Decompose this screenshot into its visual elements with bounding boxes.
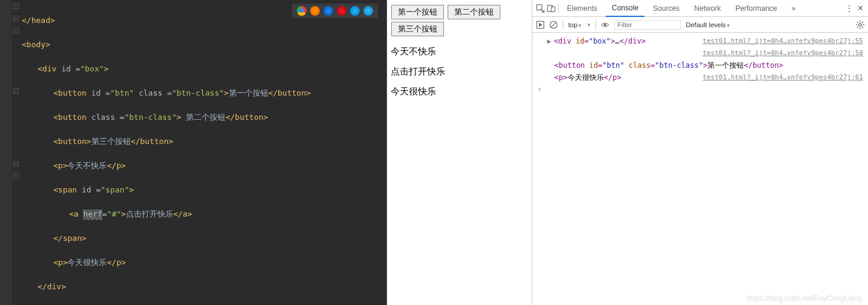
svg-point-6 <box>604 24 606 26</box>
preview-button-3[interactable]: 第三个按钮 <box>391 22 444 36</box>
fold-marker[interactable]: − <box>13 161 19 166</box>
preview-paragraph-2: 今天很快乐 <box>391 86 528 97</box>
tab-performance[interactable]: Performance <box>729 1 783 16</box>
source-link[interactable]: test01.html?_ijt=8h4…vnfefv9pes4br27j:55 <box>703 36 863 47</box>
tab-elements[interactable]: Elements <box>561 1 603 16</box>
editor-gutter <box>0 0 12 305</box>
code-editor-pane: − − − − − − </head> <body> <div id ="box… <box>0 0 386 305</box>
svg-point-7 <box>859 23 861 25</box>
settings-icon[interactable] <box>856 21 864 29</box>
tabs-overflow[interactable]: » <box>786 1 802 16</box>
log-levels-selector[interactable]: Default levels <box>686 21 730 28</box>
code-text: </head> <box>22 16 55 25</box>
tab-network[interactable]: Network <box>688 1 727 16</box>
eye-icon[interactable] <box>601 21 609 29</box>
devtools-pane: Elements Console Sources Network Perform… <box>532 0 868 305</box>
firefox-icon[interactable] <box>310 6 320 16</box>
code-text: 点击打开快乐 <box>126 209 173 218</box>
svg-line-14 <box>857 27 858 28</box>
console-log-row[interactable]: <button id="btn" class="btn-class">第一个按钮… <box>532 59 868 71</box>
fold-marker[interactable]: − <box>13 173 19 179</box>
filter-input[interactable] <box>614 20 681 30</box>
svg-line-15 <box>862 22 863 23</box>
source-link[interactable]: test01.html?_ijt=8h4…vnfefv9pes4br27j:58 <box>703 48 863 59</box>
preview-link[interactable]: 点击打开快乐 <box>391 66 445 76</box>
context-selector[interactable]: top <box>568 21 581 28</box>
preview-button-2[interactable]: 第二个按钮 <box>448 5 500 19</box>
console-log-row[interactable]: ▶<div id="box">…</div> test01.html?_ijt=… <box>532 35 868 47</box>
ie-icon[interactable] <box>350 6 360 16</box>
code-content[interactable]: </head> <body> <div id ="box"> <button i… <box>0 0 386 305</box>
clear-icon[interactable] <box>549 21 558 29</box>
browser-preview-toolbar <box>292 4 378 18</box>
devtools-tabbar: Elements Console Sources Network Perform… <box>532 0 868 17</box>
device-icon[interactable] <box>547 4 555 13</box>
console-output: ▶<div id="box">…</div> test01.html?_ijt=… <box>532 33 868 97</box>
console-prompt[interactable]: › <box>532 84 868 94</box>
opera-icon[interactable] <box>337 6 346 16</box>
close-icon[interactable]: ✕ <box>856 4 864 13</box>
source-link[interactable]: test01.html?_ijt=8h4…vnfefv9pes4br27j:61 <box>703 72 863 83</box>
svg-line-12 <box>857 22 858 23</box>
inspect-icon[interactable] <box>536 4 545 13</box>
play-icon[interactable] <box>536 21 545 29</box>
fold-column <box>12 0 21 305</box>
fold-marker[interactable]: − <box>13 28 19 33</box>
console-text: 第一个按钮 <box>707 61 744 70</box>
svg-line-13 <box>862 27 863 28</box>
code-text: 今天很快乐 <box>67 258 107 267</box>
console-toolbar: top Default levels <box>532 17 868 33</box>
code-text: 今天不快乐 <box>67 161 107 170</box>
svg-line-5 <box>551 22 556 27</box>
edge-icon[interactable] <box>363 6 373 16</box>
console-text: 今天很快乐 <box>568 73 604 82</box>
svg-rect-2 <box>551 7 555 11</box>
expand-arrow-icon[interactable]: ▶ <box>547 37 551 45</box>
preview-button-1[interactable]: 第一个按钮 <box>391 5 444 19</box>
tab-sources[interactable]: Sources <box>647 1 686 16</box>
console-log-row[interactable]: test01.html?_ijt=8h4…vnfefv9pes4br27j:58 <box>532 47 868 59</box>
watermark-text: https://blog.csdn.net/RayCongLiang <box>747 294 862 303</box>
chrome-icon[interactable] <box>297 6 306 16</box>
code-text: <body> <box>22 40 50 49</box>
fold-marker[interactable]: − <box>13 4 19 9</box>
safari-icon[interactable] <box>323 6 333 16</box>
browser-preview-pane: 第一个按钮 第二个按钮 第三个按钮 今天不快乐 点击打开快乐 今天很快乐 <box>386 0 532 305</box>
code-text: 第一个按钮 <box>229 88 268 97</box>
tab-console[interactable]: Console <box>606 0 644 17</box>
fold-marker[interactable]: − <box>13 16 19 21</box>
preview-paragraph-1: 今天不快乐 <box>391 46 528 57</box>
fold-marker[interactable]: − <box>13 88 19 94</box>
code-text: 第三个按钮 <box>91 137 131 146</box>
more-icon[interactable]: ⋮ <box>845 4 853 13</box>
code-text: 第二个按钮 <box>186 113 225 122</box>
console-log-row[interactable]: <p>今天很快乐</p> test01.html?_ijt=8h4…vnfefv… <box>532 71 868 84</box>
